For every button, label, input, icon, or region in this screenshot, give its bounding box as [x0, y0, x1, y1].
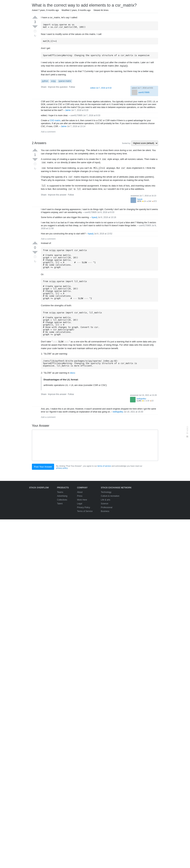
answer-post: 1 ☐ ↻ You can control the appearance of … — [32, 149, 158, 204]
vote-controls: 3 ☐ ↻ — [32, 16, 38, 96]
footer-link[interactable]: Business — [101, 510, 109, 513]
code-block: mat[0,1]+=1 — [41, 38, 158, 44]
improve-link[interactable]: Improve this answer — [48, 393, 66, 403]
bookmark-icon[interactable]: ☐ — [34, 30, 36, 33]
bookmark-icon[interactable]: ☐ — [34, 255, 36, 258]
improve-link[interactable]: Improve this answer — [48, 193, 66, 204]
vote-score: 3 — [34, 20, 36, 24]
share-link[interactable]: Share — [41, 193, 46, 204]
code-block: from scipy.sparse import csr_matrix, lil… — [41, 309, 158, 338]
footer-link[interactable]: Work Here — [77, 499, 87, 501]
follow-link[interactable]: Follow — [68, 393, 74, 403]
avatar — [130, 197, 136, 203]
follow-link[interactable]: Follow — [68, 193, 74, 204]
footer-link[interactable]: Privacy Policy — [77, 506, 90, 509]
comment-author[interactable]: Jaime — [61, 125, 66, 128]
history-icon[interactable]: ↻ — [34, 260, 36, 263]
follow-link[interactable]: Follow — [69, 86, 75, 96]
answer-editor[interactable] — [32, 430, 158, 461]
comment-author[interactable]: Jaime — [65, 109, 71, 112]
downvote-button[interactable] — [32, 25, 38, 28]
watermark: CSDN @白驹过隙 — [186, 426, 189, 434]
downvote-button[interactable] — [32, 158, 38, 161]
code-block: import scipy.sparse as ss mat = ss.csr.c… — [41, 21, 158, 30]
editor-card: edited Jul 7, 2016 at 9:32 — [89, 86, 116, 96]
footer-link[interactable]: Life & arts — [101, 499, 110, 501]
tag[interactable]: scipy — [50, 79, 57, 83]
user-link[interactable]: keithpjolley — [137, 398, 146, 400]
footer-link[interactable]: Teams — [57, 491, 63, 493]
avatar — [130, 397, 136, 402]
code-block: SparseEfficiencyWarning: Changing the sp… — [41, 52, 158, 59]
share-link[interactable]: Share — [41, 86, 46, 96]
tag[interactable]: sparse-matrix — [58, 79, 72, 83]
add-comment-link[interactable]: Add a comment — [41, 414, 158, 420]
upvote-button[interactable] — [32, 242, 38, 244]
blockquote: Disadvantages of the LIL format: arithme… — [41, 376, 158, 390]
footer-link[interactable]: Press — [77, 495, 82, 497]
footer-link[interactable]: About — [77, 491, 82, 493]
question-comments: CSR and CSC are the preferred formats fo… — [32, 99, 158, 134]
footer-link[interactable]: Collectives — [57, 499, 67, 501]
tags: python scipy sparse-matrix — [41, 79, 158, 83]
code-block: /venv/lib/python3.8/site-packages/scipy/… — [41, 358, 158, 369]
add-comment-link[interactable]: Add a comment — [41, 129, 158, 134]
footer-link[interactable]: Advertising — [57, 495, 67, 497]
avatar — [132, 90, 137, 95]
author-card: answered Jul 7, 2016 at 16:23 hpaulj227k… — [129, 193, 158, 204]
add-comment-link[interactable]: Add a comment — [41, 236, 158, 242]
your-answer-heading: Your Answer — [32, 424, 158, 428]
footer-link[interactable]: Professional — [101, 506, 112, 509]
footer-link[interactable]: Talent — [57, 502, 63, 505]
footer-link[interactable]: Culture & recreation — [101, 495, 119, 497]
bookmark-icon[interactable]: ☐ — [34, 162, 36, 166]
site-footer: STACK OVERFLOW PRODUCTS Teams Advertisin… — [0, 481, 190, 519]
footer-link[interactable]: Legal — [77, 502, 82, 505]
code-block: from scipy.sparse import lil_matrix # Cr… — [41, 278, 158, 302]
user-link[interactable]: user6170905 — [138, 91, 149, 93]
improve-link[interactable]: Improve this question — [48, 86, 68, 96]
footer-link[interactable]: Science — [101, 502, 108, 505]
sort-select[interactable]: Highest score (default) — [131, 141, 158, 146]
upvote-button[interactable] — [32, 149, 38, 151]
answer-post: 0 ☐ ↻ Instead of: from scipy.sparse impo… — [32, 242, 158, 403]
user-link[interactable]: hpaulj — [137, 198, 142, 200]
author-card: answered Jul 19, 2021 at 15:28 keithpjol… — [129, 393, 158, 403]
post-answer-button[interactable]: Post Your Answer — [32, 464, 54, 470]
upvote-button[interactable] — [32, 16, 38, 19]
footer-link[interactable]: Technology — [101, 491, 111, 493]
footer-link[interactable]: Terms of Service — [77, 510, 92, 513]
code-block: from scipy.sparse import csr_matrix # Cr… — [41, 247, 158, 271]
question-meta: Asked 7 years, 9 months ago Modified 2 y… — [32, 9, 158, 13]
history-icon[interactable]: ↻ — [34, 167, 36, 170]
answers-count: 2 Answers — [32, 141, 46, 145]
question-title: What is the correct way to add elements … — [32, 3, 158, 8]
tag[interactable]: python — [41, 79, 49, 83]
share-link[interactable]: Share — [41, 393, 46, 403]
history-icon[interactable]: ↻ — [34, 34, 36, 37]
author-card: asked Jul 7, 2016 at 9:01 user6170905 — [130, 86, 158, 96]
downvote-button[interactable] — [32, 251, 38, 254]
question-post: 3 ☐ ↻ I have a csr_matrix, let's say I c… — [32, 16, 158, 96]
